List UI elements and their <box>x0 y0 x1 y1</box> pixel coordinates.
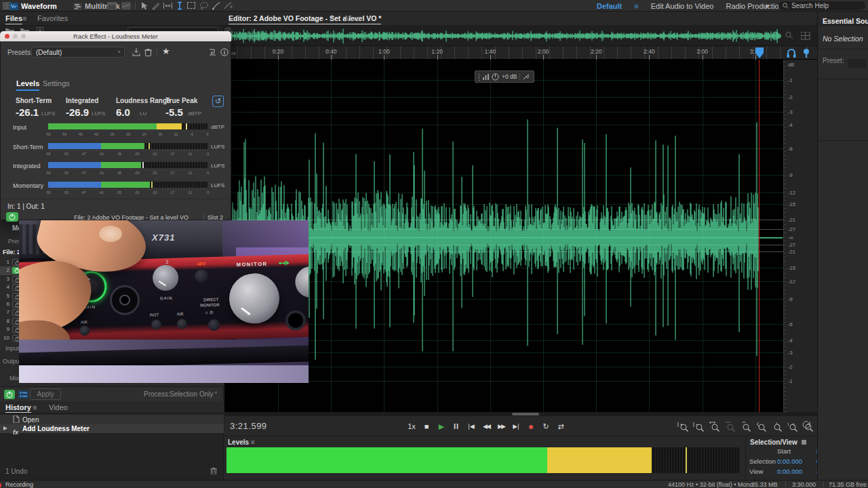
time-display[interactable]: 3:21.599 <box>230 421 267 431</box>
apply-button[interactable]: Apply <box>30 388 61 400</box>
transport-play-button[interactable]: ▶ <box>436 422 447 431</box>
monitor-headphones-icon[interactable] <box>786 48 797 58</box>
tab-favorites[interactable]: Favorites <box>37 14 68 22</box>
files-panel-menu-icon[interactable]: ≡ <box>22 14 26 22</box>
transport-rewind-button[interactable]: ◀◀ <box>481 423 492 430</box>
document-icon <box>13 415 20 423</box>
workspace-edit-audio-to-video[interactable]: Edit Audio to Video <box>651 2 714 10</box>
waveform-graphic[interactable] <box>232 60 783 412</box>
delete-preset-icon[interactable] <box>144 48 152 56</box>
meter-tick-label: -6 <box>190 132 193 136</box>
waveform-overview-strip[interactable] <box>224 26 817 46</box>
transport-skip-selection-button[interactable]: ⇄ <box>555 422 566 431</box>
workspace-menu-icon[interactable]: ≡ <box>634 2 638 10</box>
dialog-titlebar[interactable]: Rack Effect - Loudness Meter <box>0 31 231 41</box>
dialog-tab-levels[interactable]: Levels <box>16 79 39 91</box>
transport-pause-button[interactable]: II <box>451 422 462 430</box>
ruler-tick-label: 1:20 <box>431 48 443 55</box>
ruler-tick-mark <box>703 55 703 60</box>
selection-view-menu-icon[interactable] <box>802 440 806 445</box>
history-row[interactable]: fxAdd Loudness Meter <box>0 424 224 434</box>
transport-stop-button[interactable]: ■ <box>421 422 432 430</box>
hud-eyedropper-icon[interactable] <box>523 73 529 80</box>
spectral-panel-icon[interactable] <box>121 2 131 9</box>
tab-history[interactable]: History <box>5 403 31 413</box>
loudness-meter-row: MomentaryLUFS-59-53-47-41-35-29-23-17-11… <box>1 181 232 200</box>
transport-loop-button[interactable]: ↻ <box>540 422 551 431</box>
dialog-io-label: In: 1 | Out: 1 <box>7 203 45 210</box>
transport-record-button[interactable]: ● <box>526 421 536 432</box>
hud-gain-value[interactable]: +0 dB <box>502 73 517 80</box>
hud-gain-knob-icon[interactable] <box>492 73 499 81</box>
fx-icon: fx <box>13 425 20 432</box>
db-scale-label: -21 <box>788 249 795 255</box>
reset-stats-button[interactable]: ↺ <box>212 96 224 107</box>
essential-preset-field[interactable] <box>848 59 867 68</box>
zoom-left-edge-button[interactable] <box>755 421 767 432</box>
transport-skip-back-button[interactable]: |◀ <box>466 423 477 430</box>
spot-heal-tool-icon[interactable] <box>223 1 233 10</box>
zoom-to-selection-button[interactable] <box>787 421 798 432</box>
rack-power-toggle[interactable] <box>4 390 15 399</box>
save-preset-icon[interactable] <box>132 48 140 56</box>
editor-panel-menu-icon[interactable]: ≡ <box>330 14 334 22</box>
overview-waveform-graphic[interactable] <box>226 27 785 45</box>
essential-no-selection: No Selection <box>823 35 863 43</box>
tab-mixer[interactable]: Mixer <box>345 14 363 22</box>
editor-panel-icon[interactable] <box>107 2 117 9</box>
db-scale-label: -1 <box>788 77 793 83</box>
db-scale-label: -∞ <box>788 235 793 241</box>
transport-fast-forward-button[interactable]: ▶▶ <box>496 423 507 430</box>
direct-label: DIRECT <box>203 298 219 302</box>
hud-gain-control[interactable]: +0 dB <box>475 70 534 83</box>
process-select[interactable]: Selection Only <box>170 390 213 398</box>
essential-sound-title[interactable]: Essential Sound <box>823 17 868 25</box>
zoom-in-time-button[interactable] <box>677 421 689 432</box>
zoom-full-button[interactable] <box>802 421 814 432</box>
tab-video[interactable]: Video <box>49 403 68 411</box>
zoom-out-time-button[interactable] <box>693 421 705 432</box>
move-tool-icon[interactable] <box>140 1 149 10</box>
transport-skip-forward-button[interactable]: ▶| <box>511 423 521 430</box>
timeline-ruler[interactable]: hms 0:200:401:001:201:402:002:202:403:00… <box>224 46 817 60</box>
workspace-overflow-chevron[interactable]: » <box>765 1 769 9</box>
workspace-radio-production[interactable]: Radio Production <box>726 2 783 10</box>
pin-marker-icon[interactable] <box>802 48 810 58</box>
ruler-tick-label: 0:20 <box>273 48 284 55</box>
dialog-tab-settings[interactable]: Settings <box>43 79 70 87</box>
route-to-rack-icon[interactable] <box>208 48 217 56</box>
video-overlay-panel[interactable]: X731 GAIN AIR 2 GAIN INST AIR 48V DIRECT… <box>19 220 309 383</box>
workspace-default[interactable]: Default <box>597 2 622 10</box>
brush-tool-icon[interactable] <box>212 1 221 10</box>
waveform-view-button[interactable]: Waveform <box>9 1 57 11</box>
loudness-meter-label: Integrated <box>13 163 41 169</box>
playhead-handle[interactable] <box>755 47 764 58</box>
effect-power-toggle[interactable] <box>6 212 18 222</box>
levels-panel-menu-icon[interactable]: ≡ <box>251 439 255 446</box>
zoom-reset-button[interactable] <box>740 421 751 432</box>
selview-value[interactable]: 0:00.000 <box>777 458 802 465</box>
razor-tool-icon[interactable] <box>151 1 161 10</box>
overview-zoom-icon[interactable] <box>785 31 794 40</box>
scrollbar-handle[interactable] <box>512 413 539 415</box>
selview-value[interactable]: 0:00.000 <box>777 468 802 475</box>
history-trash-icon[interactable] <box>210 467 217 474</box>
preset-dropdown[interactable]: (Default) ˅ <box>31 47 125 58</box>
history-row[interactable]: Open <box>0 415 224 424</box>
lasso-tool-icon[interactable] <box>199 1 209 10</box>
slip-tool-icon[interactable] <box>163 1 173 10</box>
overview-grid-icon[interactable] <box>801 32 810 40</box>
zoom-right-edge-button[interactable] <box>771 421 783 432</box>
history-panel-menu-icon[interactable]: ≡ <box>33 403 37 411</box>
rack-list-toggle-icon[interactable] <box>18 390 28 399</box>
favorite-preset-icon[interactable]: ★ <box>162 46 170 56</box>
zoom-in-selection-button[interactable] <box>709 421 720 432</box>
transport-speed-button[interactable]: 1x <box>406 422 417 430</box>
time-selection-tool-icon[interactable] <box>176 1 184 10</box>
tab-files[interactable]: Files <box>5 14 22 24</box>
loudness-meter-dialog[interactable]: Rack Effect - Loudness Meter Presets: (D… <box>0 31 231 220</box>
hud-grip-handle[interactable] <box>478 73 480 81</box>
info-icon[interactable] <box>220 48 229 56</box>
marquee-tool-icon[interactable] <box>187 2 195 9</box>
search-help-field[interactable]: Search Help <box>778 1 865 10</box>
